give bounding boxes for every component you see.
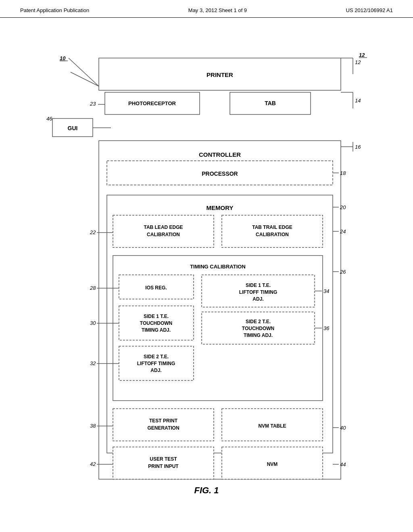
side1-touchdown-label3: TIMING ADJ. [142, 327, 171, 333]
svg-line-1 [69, 58, 99, 86]
user-test-print-label2: PRINT INPUT [148, 463, 179, 469]
test-print-gen-label: TEST PRINT [149, 418, 178, 424]
side1-liftoff-label2: LIFTOFF TIMING [239, 289, 277, 295]
ios-reg-label: IOS REG. [145, 285, 167, 291]
ref-23: 23 [90, 101, 96, 107]
header-center: May 3, 2012 Sheet 1 of 9 [188, 7, 247, 13]
ref-12: 12 [355, 59, 361, 65]
printer-label: PRINTER [206, 71, 233, 78]
ref-10: 10 [60, 55, 66, 61]
ref-24: 24 [340, 229, 346, 235]
ref-30: 30 [90, 320, 96, 326]
svg-rect-20 [222, 215, 323, 247]
side2-touchdown-label2: TOUCHDOWN [242, 326, 274, 331]
ref-12-label: 12 [359, 52, 365, 58]
ref-44: 44 [340, 461, 346, 468]
tab-lead-edge-label2: CALIBRATION [147, 232, 180, 237]
side2-touchdown-label: SIDE 2 T.E. [246, 319, 271, 324]
ref-18: 18 [340, 170, 346, 176]
ref-28: 28 [90, 285, 96, 291]
nvm-table-label: NVM TABLE [258, 423, 286, 429]
ref-32: 32 [90, 360, 96, 366]
ref-38: 38 [90, 423, 96, 429]
gui-label: GUI [68, 125, 78, 131]
ref-14: 14 [355, 98, 361, 104]
header-right: US 2012/106992 A1 [346, 7, 393, 13]
tab-trail-edge-label2: CALIBRATION [256, 232, 289, 237]
photoreceptor-label: PHOTORECEPTOR [128, 100, 176, 106]
test-print-gen-label2: GENERATION [147, 425, 179, 431]
timing-calibration-label: TIMING CALIBRATION [190, 264, 246, 270]
side1-touchdown-label2: TOUCHDOWN [140, 320, 172, 326]
diagram-area: PRINTER 12 PHOTORECEPTOR TAB 14 23 GUI 4… [0, 18, 413, 520]
ref-34: 34 [323, 288, 329, 294]
ref-22: 22 [90, 229, 96, 235]
user-test-print-label: USER TEST [150, 456, 177, 462]
ref-46: 46 [46, 116, 52, 122]
ref-26: 26 [340, 269, 346, 275]
svg-rect-35 [113, 409, 214, 441]
side2-liftoff-label: SIDE 2 T.E. [144, 354, 169, 360]
tab-trail-edge-label: TAB TRAIL EDGE [252, 224, 292, 230]
ref-40: 40 [340, 425, 346, 431]
ref-42: 42 [90, 461, 96, 467]
ref-16: 16 [355, 144, 361, 150]
controller-label: CONTROLLER [199, 151, 241, 158]
svg-rect-39 [113, 447, 214, 479]
page: Patent Application Publication May 3, 20… [0, 0, 413, 532]
side2-liftoff-label2: LIFTOFF TIMING [137, 361, 175, 366]
page-header: Patent Application Publication May 3, 20… [0, 0, 413, 18]
header-left: Patent Application Publication [20, 7, 89, 13]
memory-label: MEMORY [206, 204, 234, 211]
side2-liftoff-label3: ADJ. [150, 368, 161, 373]
processor-label: PROCESSOR [202, 170, 238, 177]
nvm-label: NVM [267, 461, 278, 467]
fig-caption: FIG. 1 [32, 485, 381, 496]
side2-touchdown-label3: TIMING ADJ. [244, 332, 273, 338]
tab-label: TAB [265, 100, 276, 106]
tab-lead-edge-label: TAB LEAD EDGE [144, 224, 183, 230]
ref-36: 36 [323, 325, 330, 331]
diagram-svg: PRINTER 12 PHOTORECEPTOR TAB 14 23 GUI 4… [32, 34, 395, 497]
svg-line-0 [71, 72, 99, 86]
svg-rect-19 [113, 215, 214, 247]
side1-touchdown-label: SIDE 1 T.E. [144, 314, 169, 319]
side1-liftoff-label: SIDE 1 T.E. [246, 283, 271, 288]
ref-20: 20 [340, 204, 346, 210]
side1-liftoff-label3: ADJ. [252, 296, 263, 302]
